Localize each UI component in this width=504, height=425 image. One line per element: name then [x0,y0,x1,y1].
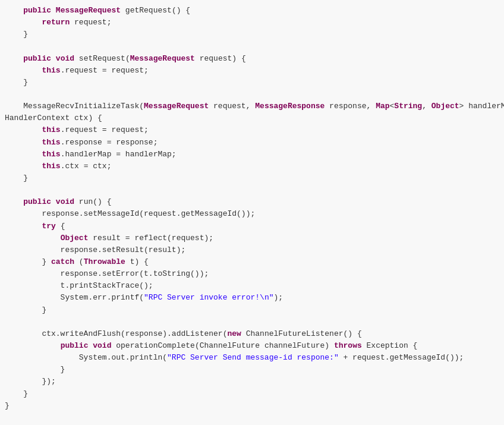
code-line [0,316,504,328]
code-line: try { [0,221,504,232]
code-line: }); [0,376,504,388]
code-line: } [0,77,504,89]
code-line [0,40,504,52]
code-line: this.request = request; [0,65,504,77]
code-line: public MessageRequest getRequest() { [0,5,504,17]
code-line: Object result = reflect(request); [0,232,504,244]
code-line: response.setError(t.toString()); [0,268,504,280]
code-line [0,89,504,100]
code-line: } [0,172,504,184]
code-line: public void setRequest(MessageRequest re… [0,53,504,65]
code-line: response.setResult(result); [0,244,504,256]
code-line: MessageRecvInitializeTask(MessageRequest… [0,100,504,112]
code-line: } [0,29,504,40]
code-line: this.response = response; [0,137,504,149]
code-line: this.ctx = ctx; [0,160,504,172]
code-line: } [0,364,504,376]
code-line: System.err.printf("RPC Server invoke err… [0,292,504,304]
code-line: response.setMessageId(request.getMessage… [0,208,504,220]
code-line: t.printStackTrace(); [0,280,504,292]
code-line: return request; [0,17,504,29]
code-line: public void operationComplete(ChannelFut… [0,340,504,352]
code-line: } [0,388,504,400]
code-line: } [0,304,504,316]
code-line: this.request = request; [0,124,504,136]
code-line: public void run() { [0,196,504,208]
code-line: } [0,400,504,412]
code-editor: public MessageRequest getRequest() { ret… [0,0,504,425]
code-line: HandlerContext ctx) { [0,112,504,124]
code-line: ctx.writeAndFlush(response).addListener(… [0,328,504,340]
code-line: this.handlerMap = handlerMap; [0,149,504,160]
code-line: System.out.println("RPC Server Send mess… [0,352,504,364]
code-line [0,184,504,196]
code-line: } catch (Throwable t) { [0,256,504,268]
